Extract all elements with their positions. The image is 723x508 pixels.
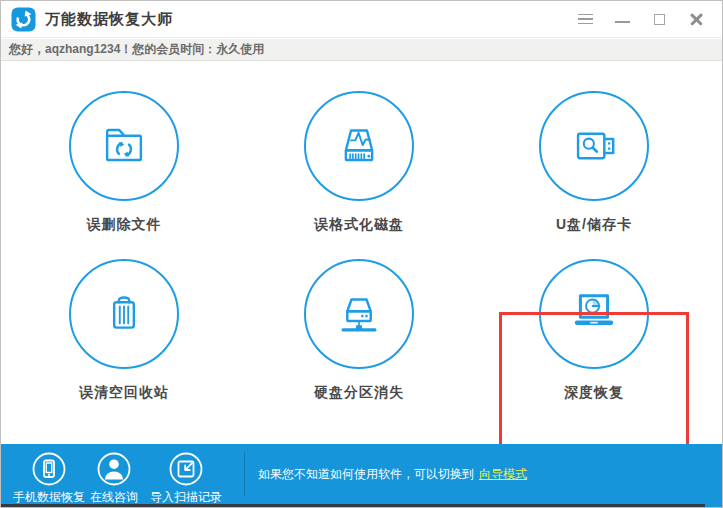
welcome-bar: 您好，aqzhang1234！您的会员时间：永久使用 <box>1 39 722 61</box>
app-logo-icon <box>11 7 36 32</box>
close-glyph <box>689 12 703 26</box>
tile-ring <box>304 91 414 201</box>
footer-action-import-scan[interactable]: 导入扫描记录 <box>144 451 228 506</box>
folder-recycle-icon <box>94 116 154 176</box>
menu-glyph <box>578 14 593 25</box>
title-bar: 万能数据恢复大师 <box>1 1 722 38</box>
footer-action-online-support[interactable]: 在线咨询 <box>85 451 143 506</box>
tile-label: 深度恢复 <box>494 384 694 402</box>
minimize-icon[interactable] <box>614 11 630 27</box>
footer-hint: 如果您不知道如何使用软件，可以切换到 向导模式 <box>258 444 527 504</box>
tile-emptied-recycle[interactable]: 误清空回收站 <box>24 259 224 402</box>
tile-label: 硬盘分区消失 <box>259 384 459 402</box>
trash-can-icon <box>94 284 154 344</box>
tile-usb-storage[interactable]: U盘/储存卡 <box>494 91 694 234</box>
hard-disk-network-icon <box>329 284 389 344</box>
footer-bar: 手机数据恢复 在线咨询 导入扫描记录 如果您不知道如何使用软件，可以切换到 向导… <box>1 444 722 508</box>
tile-formatted-disk[interactable]: 误格式化磁盘 <box>259 91 459 234</box>
tile-label: 误删除文件 <box>24 216 224 234</box>
tile-ring <box>304 259 414 369</box>
tile-label: U盘/储存卡 <box>494 216 694 234</box>
menu-icon[interactable] <box>577 11 593 27</box>
welcome-text: 您好，aqzhang1234！您的会员时间：永久使用 <box>9 41 264 58</box>
footer-action-phone-recovery[interactable]: 手机数据恢复 <box>10 451 88 506</box>
tile-ring <box>539 91 649 201</box>
maximize-glyph <box>654 14 665 25</box>
tile-ring <box>69 91 179 201</box>
app-window: 万能数据恢复大师 您好，aqzhang1234！您的会员时间：永久使用 <box>0 0 723 508</box>
tile-label: 误清空回收站 <box>24 384 224 402</box>
tile-deep-recovery[interactable]: 深度恢复 <box>494 259 694 402</box>
usb-search-icon <box>564 116 624 176</box>
bottom-edge-strip <box>1 504 705 508</box>
app-title: 万能数据恢复大师 <box>45 10 173 29</box>
import-icon <box>168 451 204 487</box>
phone-icon <box>31 451 67 487</box>
wizard-mode-link[interactable]: 向导模式 <box>479 466 527 483</box>
laptop-clock-icon <box>564 284 624 344</box>
footer-divider <box>244 452 245 496</box>
footer-hint-text: 如果您不知道如何使用软件，可以切换到 <box>258 466 474 483</box>
tile-ring <box>539 259 649 369</box>
formatted-drive-icon <box>329 116 389 176</box>
close-icon[interactable] <box>688 11 704 27</box>
tile-label: 误格式化磁盘 <box>259 216 459 234</box>
recovery-mode-grid: 误删除文件 误格式化磁盘 <box>1 62 722 444</box>
minimize-glyph <box>615 21 630 23</box>
maximize-icon[interactable] <box>651 11 667 27</box>
tile-deleted-files[interactable]: 误删除文件 <box>24 91 224 234</box>
person-icon <box>96 451 132 487</box>
tile-lost-partition[interactable]: 硬盘分区消失 <box>259 259 459 402</box>
tile-ring <box>69 259 179 369</box>
window-controls <box>577 11 712 27</box>
